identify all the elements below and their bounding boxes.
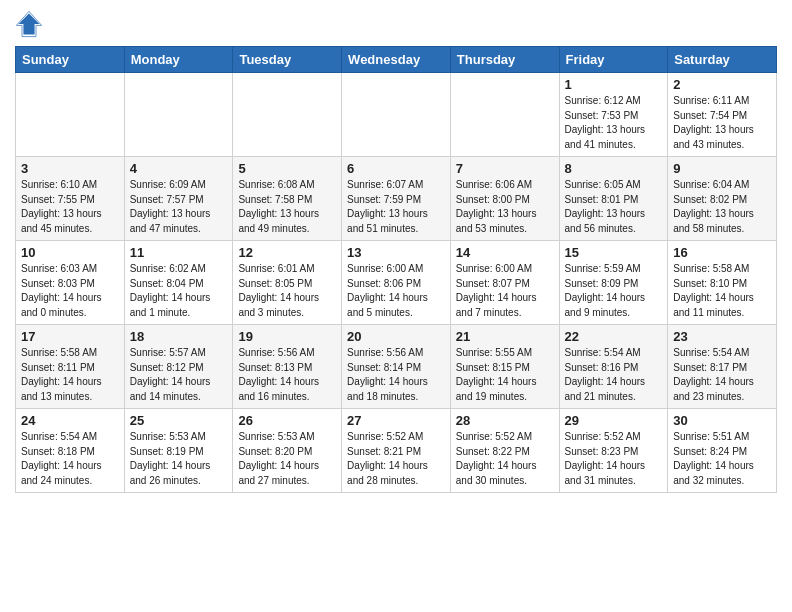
calendar-table: SundayMondayTuesdayWednesdayThursdayFrid… [15, 46, 777, 493]
day-number: 16 [673, 245, 771, 260]
day-info: Sunrise: 6:02 AM Sunset: 8:04 PM Dayligh… [130, 262, 228, 320]
day-info: Sunrise: 6:06 AM Sunset: 8:00 PM Dayligh… [456, 178, 554, 236]
calendar-week-4: 17Sunrise: 5:58 AM Sunset: 8:11 PM Dayli… [16, 325, 777, 409]
day-info: Sunrise: 6:09 AM Sunset: 7:57 PM Dayligh… [130, 178, 228, 236]
day-number: 30 [673, 413, 771, 428]
calendar-cell: 20Sunrise: 5:56 AM Sunset: 8:14 PM Dayli… [342, 325, 451, 409]
column-header-monday: Monday [124, 47, 233, 73]
day-info: Sunrise: 6:00 AM Sunset: 8:07 PM Dayligh… [456, 262, 554, 320]
column-header-saturday: Saturday [668, 47, 777, 73]
calendar-cell: 30Sunrise: 5:51 AM Sunset: 8:24 PM Dayli… [668, 409, 777, 493]
calendar-cell: 10Sunrise: 6:03 AM Sunset: 8:03 PM Dayli… [16, 241, 125, 325]
calendar-cell: 2Sunrise: 6:11 AM Sunset: 7:54 PM Daylig… [668, 73, 777, 157]
day-number: 13 [347, 245, 445, 260]
day-info: Sunrise: 6:10 AM Sunset: 7:55 PM Dayligh… [21, 178, 119, 236]
calendar-cell [16, 73, 125, 157]
column-header-tuesday: Tuesday [233, 47, 342, 73]
day-info: Sunrise: 5:57 AM Sunset: 8:12 PM Dayligh… [130, 346, 228, 404]
calendar-cell: 12Sunrise: 6:01 AM Sunset: 8:05 PM Dayli… [233, 241, 342, 325]
calendar-cell: 17Sunrise: 5:58 AM Sunset: 8:11 PM Dayli… [16, 325, 125, 409]
calendar-week-3: 10Sunrise: 6:03 AM Sunset: 8:03 PM Dayli… [16, 241, 777, 325]
day-number: 7 [456, 161, 554, 176]
calendar-cell: 28Sunrise: 5:52 AM Sunset: 8:22 PM Dayli… [450, 409, 559, 493]
day-info: Sunrise: 6:03 AM Sunset: 8:03 PM Dayligh… [21, 262, 119, 320]
day-info: Sunrise: 5:55 AM Sunset: 8:15 PM Dayligh… [456, 346, 554, 404]
day-number: 21 [456, 329, 554, 344]
day-number: 9 [673, 161, 771, 176]
calendar-cell: 16Sunrise: 5:58 AM Sunset: 8:10 PM Dayli… [668, 241, 777, 325]
header [15, 10, 777, 38]
day-number: 28 [456, 413, 554, 428]
calendar-cell [233, 73, 342, 157]
day-number: 10 [21, 245, 119, 260]
column-header-thursday: Thursday [450, 47, 559, 73]
calendar-cell [124, 73, 233, 157]
day-info: Sunrise: 5:56 AM Sunset: 8:14 PM Dayligh… [347, 346, 445, 404]
day-info: Sunrise: 5:54 AM Sunset: 8:17 PM Dayligh… [673, 346, 771, 404]
day-info: Sunrise: 5:54 AM Sunset: 8:16 PM Dayligh… [565, 346, 663, 404]
calendar-week-5: 24Sunrise: 5:54 AM Sunset: 8:18 PM Dayli… [16, 409, 777, 493]
day-number: 20 [347, 329, 445, 344]
day-number: 4 [130, 161, 228, 176]
column-header-wednesday: Wednesday [342, 47, 451, 73]
day-info: Sunrise: 5:58 AM Sunset: 8:10 PM Dayligh… [673, 262, 771, 320]
day-number: 17 [21, 329, 119, 344]
calendar-cell: 18Sunrise: 5:57 AM Sunset: 8:12 PM Dayli… [124, 325, 233, 409]
calendar-cell: 29Sunrise: 5:52 AM Sunset: 8:23 PM Dayli… [559, 409, 668, 493]
day-number: 26 [238, 413, 336, 428]
day-number: 8 [565, 161, 663, 176]
calendar-cell: 25Sunrise: 5:53 AM Sunset: 8:19 PM Dayli… [124, 409, 233, 493]
calendar-cell: 9Sunrise: 6:04 AM Sunset: 8:02 PM Daylig… [668, 157, 777, 241]
day-info: Sunrise: 6:11 AM Sunset: 7:54 PM Dayligh… [673, 94, 771, 152]
calendar-cell: 6Sunrise: 6:07 AM Sunset: 7:59 PM Daylig… [342, 157, 451, 241]
day-number: 6 [347, 161, 445, 176]
day-number: 1 [565, 77, 663, 92]
day-info: Sunrise: 6:08 AM Sunset: 7:58 PM Dayligh… [238, 178, 336, 236]
day-info: Sunrise: 6:07 AM Sunset: 7:59 PM Dayligh… [347, 178, 445, 236]
calendar-header-row: SundayMondayTuesdayWednesdayThursdayFrid… [16, 47, 777, 73]
calendar-cell: 3Sunrise: 6:10 AM Sunset: 7:55 PM Daylig… [16, 157, 125, 241]
day-number: 14 [456, 245, 554, 260]
day-number: 11 [130, 245, 228, 260]
day-number: 25 [130, 413, 228, 428]
calendar-cell: 14Sunrise: 6:00 AM Sunset: 8:07 PM Dayli… [450, 241, 559, 325]
column-header-friday: Friday [559, 47, 668, 73]
day-info: Sunrise: 5:51 AM Sunset: 8:24 PM Dayligh… [673, 430, 771, 488]
calendar-cell: 8Sunrise: 6:05 AM Sunset: 8:01 PM Daylig… [559, 157, 668, 241]
calendar-cell: 19Sunrise: 5:56 AM Sunset: 8:13 PM Dayli… [233, 325, 342, 409]
calendar-cell: 23Sunrise: 5:54 AM Sunset: 8:17 PM Dayli… [668, 325, 777, 409]
day-number: 18 [130, 329, 228, 344]
day-info: Sunrise: 6:05 AM Sunset: 8:01 PM Dayligh… [565, 178, 663, 236]
day-info: Sunrise: 5:58 AM Sunset: 8:11 PM Dayligh… [21, 346, 119, 404]
day-info: Sunrise: 5:54 AM Sunset: 8:18 PM Dayligh… [21, 430, 119, 488]
calendar-cell: 27Sunrise: 5:52 AM Sunset: 8:21 PM Dayli… [342, 409, 451, 493]
calendar-cell: 11Sunrise: 6:02 AM Sunset: 8:04 PM Dayli… [124, 241, 233, 325]
calendar-cell: 13Sunrise: 6:00 AM Sunset: 8:06 PM Dayli… [342, 241, 451, 325]
logo-icon [15, 10, 43, 38]
day-number: 12 [238, 245, 336, 260]
day-number: 3 [21, 161, 119, 176]
calendar-cell: 1Sunrise: 6:12 AM Sunset: 7:53 PM Daylig… [559, 73, 668, 157]
day-info: Sunrise: 5:59 AM Sunset: 8:09 PM Dayligh… [565, 262, 663, 320]
calendar-cell: 21Sunrise: 5:55 AM Sunset: 8:15 PM Dayli… [450, 325, 559, 409]
calendar-cell: 22Sunrise: 5:54 AM Sunset: 8:16 PM Dayli… [559, 325, 668, 409]
day-info: Sunrise: 5:53 AM Sunset: 8:19 PM Dayligh… [130, 430, 228, 488]
calendar-cell: 7Sunrise: 6:06 AM Sunset: 8:00 PM Daylig… [450, 157, 559, 241]
day-number: 19 [238, 329, 336, 344]
calendar-week-1: 1Sunrise: 6:12 AM Sunset: 7:53 PM Daylig… [16, 73, 777, 157]
logo [15, 10, 47, 38]
calendar-week-2: 3Sunrise: 6:10 AM Sunset: 7:55 PM Daylig… [16, 157, 777, 241]
calendar-cell: 15Sunrise: 5:59 AM Sunset: 8:09 PM Dayli… [559, 241, 668, 325]
day-info: Sunrise: 6:01 AM Sunset: 8:05 PM Dayligh… [238, 262, 336, 320]
day-number: 24 [21, 413, 119, 428]
calendar-cell: 4Sunrise: 6:09 AM Sunset: 7:57 PM Daylig… [124, 157, 233, 241]
calendar-cell [342, 73, 451, 157]
day-number: 15 [565, 245, 663, 260]
calendar-cell [450, 73, 559, 157]
day-info: Sunrise: 5:52 AM Sunset: 8:22 PM Dayligh… [456, 430, 554, 488]
day-info: Sunrise: 5:53 AM Sunset: 8:20 PM Dayligh… [238, 430, 336, 488]
day-number: 23 [673, 329, 771, 344]
day-number: 29 [565, 413, 663, 428]
day-info: Sunrise: 5:56 AM Sunset: 8:13 PM Dayligh… [238, 346, 336, 404]
calendar-cell: 24Sunrise: 5:54 AM Sunset: 8:18 PM Dayli… [16, 409, 125, 493]
